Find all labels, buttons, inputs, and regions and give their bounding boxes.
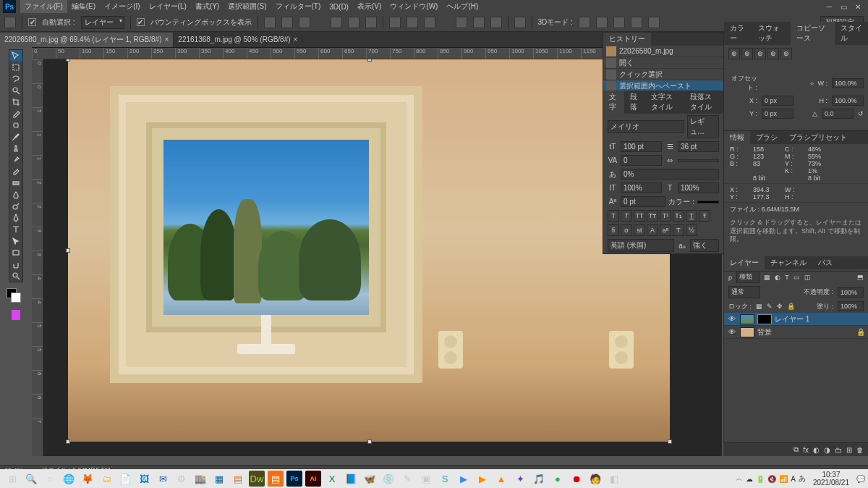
tracking-field[interactable]	[678, 159, 719, 162]
layer-thumb-bg[interactable]	[740, 327, 754, 337]
layer-style-icon[interactable]: fx	[803, 446, 809, 454]
paths-tab[interactable]: パス	[812, 256, 838, 269]
brush-preset-tab[interactable]: ブラシプリセット	[783, 131, 853, 144]
layer-thumb-1[interactable]	[740, 314, 754, 324]
bounding-box-checkbox[interactable]: ✔	[137, 18, 145, 26]
font-size-field[interactable]: 100 pt	[621, 141, 662, 152]
char-tab[interactable]: 文字	[603, 91, 624, 114]
maximize-button[interactable]: ▭	[836, 1, 851, 12]
tray-chevron-icon[interactable]: ︿	[736, 474, 743, 484]
vscale-field[interactable]: 100%	[621, 182, 662, 193]
layer-item-1[interactable]: 👁 レイヤー 1	[724, 313, 868, 326]
dodge-tool[interactable]	[9, 201, 22, 212]
ligature-button[interactable]: fi	[608, 224, 619, 236]
lock-paint-icon[interactable]: ✎	[767, 303, 773, 310]
app-icon-5[interactable]: 💿	[380, 471, 396, 487]
close-tab-1-icon[interactable]: ×	[164, 35, 169, 43]
firefox-icon[interactable]: 🦊	[80, 471, 95, 487]
document-tab-1[interactable]: 22026580_m.jpg @ 69.4% (レイヤー 1, RGB/8#) …	[0, 33, 174, 47]
healing-tool[interactable]	[9, 119, 22, 131]
app-icon-6[interactable]: ✎	[399, 471, 415, 487]
type-tool[interactable]	[9, 224, 22, 235]
move-tool[interactable]	[9, 50, 22, 62]
fill-field[interactable]: 100%	[838, 301, 864, 311]
aa-field[interactable]: 強く	[690, 239, 719, 252]
menu-file[interactable]: ファイル(F)	[20, 0, 67, 13]
layer-kind-dropdown[interactable]: 種類	[736, 271, 760, 283]
slide-icon[interactable]	[631, 17, 642, 28]
orbit-icon[interactable]	[579, 17, 590, 28]
source-1-button[interactable]: ⊕	[728, 48, 740, 59]
smallcaps-button[interactable]: Tᴛ	[647, 210, 658, 222]
pan-icon[interactable]	[613, 17, 625, 28]
layer-mask-icon[interactable]: ◐	[813, 446, 820, 454]
font-weight-field[interactable]: レギュ…	[687, 115, 719, 138]
source-3-button[interactable]: ⊕	[754, 48, 766, 59]
new-layer-icon[interactable]: ⊞	[846, 446, 852, 454]
pen-tool[interactable]	[9, 212, 22, 224]
align-icon-3[interactable]	[299, 17, 310, 28]
filter-toggle[interactable]: ⬒	[857, 274, 864, 281]
auto-align-icon[interactable]	[514, 17, 526, 28]
dreamweaver-icon[interactable]: Dw	[249, 471, 265, 487]
layer-name-1[interactable]: レイヤー 1	[775, 314, 809, 324]
settings-icon[interactable]: ⚙	[174, 471, 190, 487]
photoshop-icon[interactable]: Ps	[286, 471, 302, 487]
quick-select-tool[interactable]	[9, 85, 22, 96]
history-step-quickselect[interactable]: クイック選択	[603, 69, 723, 80]
style-tab[interactable]: スタイル	[835, 22, 868, 45]
distribute-icon-2[interactable]	[407, 17, 418, 28]
eraser-tool[interactable]	[9, 166, 22, 177]
tray-volume-icon[interactable]: 🔇	[767, 475, 776, 483]
brush-tool[interactable]	[9, 131, 22, 143]
link-layers-icon[interactable]: ⧉	[793, 445, 799, 454]
excel-icon[interactable]: X	[324, 471, 340, 487]
zoom3d-icon[interactable]	[648, 17, 660, 28]
cortana-icon[interactable]: ○	[42, 471, 58, 487]
app-icon-2[interactable]: ▤	[230, 471, 246, 487]
photos-icon[interactable]: 🖼	[136, 471, 152, 487]
distribute-icon-6[interactable]	[490, 17, 502, 28]
source-2-button[interactable]: ⊕	[741, 48, 753, 59]
para-tab[interactable]: 段落	[624, 91, 645, 114]
reset-icon[interactable]: ↺	[858, 110, 864, 117]
baseline-field[interactable]: 0 pt	[621, 196, 665, 207]
filter-shape-icon[interactable]: ▭	[793, 274, 800, 281]
menu-filter[interactable]: フィルター(T)	[271, 0, 326, 13]
quick-mask-mode[interactable]	[12, 310, 20, 320]
text-color-swatch[interactable]	[697, 201, 719, 203]
menu-layer[interactable]: レイヤー(L)	[145, 0, 191, 13]
distribute-icon-4[interactable]	[456, 17, 467, 28]
lock-all-icon[interactable]: 🔒	[787, 303, 795, 310]
app-icon-9[interactable]: 🎵	[531, 471, 547, 487]
minimize-button[interactable]: ─	[822, 1, 836, 12]
app-icon-3[interactable]: 📘	[343, 471, 359, 487]
copy-source-tab[interactable]: コピーソース	[791, 22, 835, 45]
auto-select-checkbox[interactable]: ✔	[28, 18, 36, 26]
explorer-icon[interactable]: 🗂	[98, 471, 114, 487]
app-icon-7[interactable]: ▣	[418, 471, 434, 487]
align-icon-4[interactable]	[331, 17, 342, 28]
stylistic-button[interactable]: st	[634, 224, 645, 236]
stamp-tool[interactable]	[9, 143, 22, 154]
app-icon-12[interactable]: ◧	[606, 471, 622, 487]
color-tab[interactable]: カラー	[724, 22, 752, 45]
media-icon[interactable]: ▶	[475, 471, 490, 487]
strike-button[interactable]: Ŧ	[699, 210, 710, 222]
align-icon-2[interactable]	[281, 17, 293, 28]
bold-button[interactable]: T	[608, 210, 619, 222]
h-field[interactable]: 100.0%	[832, 96, 864, 106]
vlc-icon[interactable]: ▲	[493, 471, 509, 487]
tray-input-icon[interactable]: あ	[799, 474, 806, 484]
tray-battery-icon[interactable]: 🔋	[756, 475, 765, 483]
hand-tool[interactable]	[9, 258, 22, 270]
illustrator-icon[interactable]: Ai	[305, 471, 321, 487]
close-tab-2-icon[interactable]: ×	[294, 35, 298, 43]
history-brush-tool[interactable]	[9, 154, 22, 166]
group-icon[interactable]: 🗀	[835, 446, 842, 454]
clock[interactable]: 10:37 2021/08/21	[813, 471, 849, 487]
visibility-toggle-bg[interactable]: 👁	[727, 328, 737, 336]
y-field[interactable]: 0 px	[762, 109, 793, 119]
distribute-icon-5[interactable]	[473, 17, 485, 28]
menu-view[interactable]: 表示(V)	[353, 0, 386, 13]
